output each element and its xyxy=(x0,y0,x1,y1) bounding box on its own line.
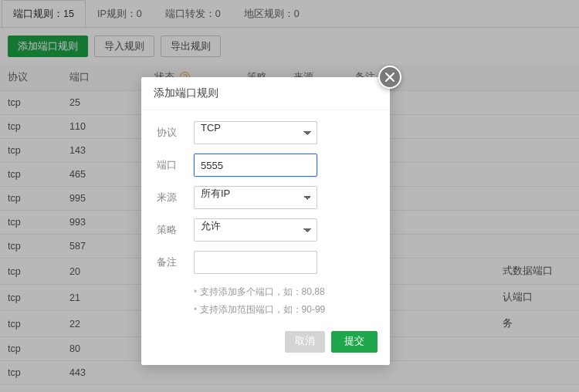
submit-button[interactable]: 提交 xyxy=(331,331,378,353)
port-input[interactable] xyxy=(194,154,317,177)
label-port: 端口 xyxy=(157,159,194,172)
label-source: 来源 xyxy=(157,191,194,204)
hint-line: 支持添加范围端口，如：90-99 xyxy=(194,301,374,319)
add-port-rule-modal: 添加端口规则 协议 TCP 端口 来源 所有IP 策略 允许 备注 xyxy=(141,77,390,365)
hint-line: 支持添加多个端口，如：80,88 xyxy=(194,283,374,301)
protocol-select[interactable]: TCP xyxy=(194,121,317,144)
source-select[interactable]: 所有IP xyxy=(194,186,317,209)
modal-title: 添加端口规则 xyxy=(141,77,390,110)
label-policy: 策略 xyxy=(157,224,194,237)
hints: 支持添加多个端口，如：80,88 支持添加范围端口，如：90-99 xyxy=(157,283,374,319)
policy-select[interactable]: 允许 xyxy=(194,218,317,242)
label-remark: 备注 xyxy=(157,256,194,269)
cancel-button[interactable]: 取消 xyxy=(285,331,325,353)
close-icon[interactable] xyxy=(378,66,401,89)
remark-input[interactable] xyxy=(194,251,317,274)
label-protocol: 协议 xyxy=(157,127,194,140)
